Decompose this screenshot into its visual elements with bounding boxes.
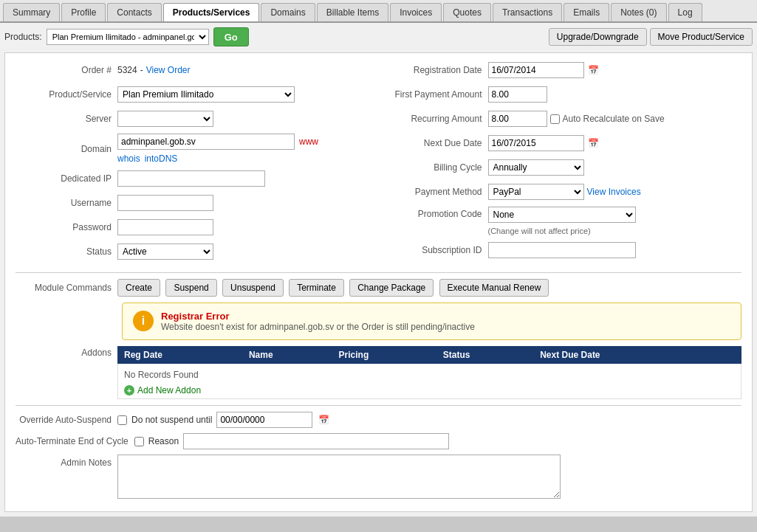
create-button[interactable]: Create bbox=[117, 279, 160, 297]
reg-date-value: 📅 bbox=[488, 62, 742, 78]
auto-terminate-label: Auto-Terminate End of Cycle bbox=[16, 436, 129, 446]
tab-domains[interactable]: Domains bbox=[261, 3, 315, 21]
override-auto-suspend-checkbox[interactable] bbox=[117, 415, 127, 425]
tab-emails[interactable]: Emails bbox=[564, 3, 609, 21]
reason-input[interactable] bbox=[183, 433, 449, 449]
tab-billable-items[interactable]: Billable Items bbox=[317, 3, 388, 21]
go-button[interactable]: Go bbox=[213, 27, 249, 46]
server-select[interactable] bbox=[117, 111, 213, 127]
admin-notes-label: Admin Notes bbox=[16, 455, 112, 468]
main-content: Products: Plan Premium Ilimitado - admin… bbox=[0, 23, 757, 517]
suspend-until-calendar-icon[interactable]: 📅 bbox=[317, 413, 330, 426]
first-payment-input[interactable] bbox=[488, 86, 547, 103]
recurring-amount-label: Recurring Amount bbox=[386, 114, 482, 124]
addons-label: Addons bbox=[16, 346, 112, 358]
domain-label: Domain bbox=[16, 144, 112, 154]
tab-profile[interactable]: Profile bbox=[61, 3, 106, 21]
status-select[interactable]: Active bbox=[117, 243, 213, 260]
reg-date-input[interactable] bbox=[488, 62, 584, 78]
order-dash: - bbox=[140, 65, 143, 75]
reg-date-calendar-icon[interactable]: 📅 bbox=[587, 63, 600, 77]
recurring-amount-input[interactable] bbox=[488, 111, 547, 127]
recurring-amount-value: Auto Recalculate on Save bbox=[488, 111, 742, 127]
product-service-row: Product/Service Plan Premium Ilimitado bbox=[16, 85, 371, 104]
view-order-link[interactable]: View Order bbox=[146, 65, 191, 75]
billing-cycle-row: Billing Cycle Annually bbox=[386, 158, 742, 177]
form-panel: Order # 5324 - View Order Product/Servic… bbox=[4, 52, 753, 512]
addons-section: Addons Reg Date Name Pricing Status Next… bbox=[16, 346, 741, 399]
auto-recalculate-checkbox[interactable] bbox=[550, 114, 560, 124]
billing-cycle-select[interactable]: Annually bbox=[488, 159, 584, 176]
reg-date-label: Registration Date bbox=[386, 65, 482, 75]
execute-manual-renew-button[interactable]: Execute Manual Renew bbox=[439, 279, 549, 297]
promotion-code-row: Promotion Code None (Change will not aff… bbox=[386, 207, 742, 235]
status-value: Active bbox=[117, 243, 371, 260]
addons-table: Reg Date Name Pricing Status Next Due Da… bbox=[117, 346, 741, 399]
domain-www-link[interactable]: www bbox=[299, 137, 318, 147]
tab-summary[interactable]: Summary bbox=[3, 3, 60, 21]
products-select[interactable]: Plan Premium Ilimitado - adminpanel.gob.… bbox=[47, 29, 209, 45]
promotion-code-note: (Change will not affect price) bbox=[488, 227, 591, 235]
admin-notes-row: Admin Notes bbox=[16, 455, 741, 499]
payment-method-select[interactable]: PayPal bbox=[488, 184, 584, 200]
terminate-button[interactable]: Terminate bbox=[289, 279, 344, 297]
no-records-text: No Records Found bbox=[124, 367, 735, 383]
order-number: 5324 bbox=[117, 65, 137, 75]
auto-terminate-checkbox[interactable] bbox=[134, 437, 144, 446]
addons-col-action1[interactable] bbox=[712, 347, 727, 364]
status-label: Status bbox=[16, 246, 112, 257]
domain-row: Domain www whois intoDNS bbox=[16, 134, 371, 164]
next-due-date-value: 📅 bbox=[488, 135, 742, 151]
tab-transactions[interactable]: Transactions bbox=[493, 3, 562, 21]
tab-invoices[interactable]: Invoices bbox=[390, 3, 442, 21]
override-auto-suspend-value: Do not suspend until 📅 bbox=[117, 412, 330, 428]
dedicated-ip-row: Dedicated IP bbox=[16, 169, 371, 188]
error-content: Registrar Error Website doesn't exist fo… bbox=[161, 311, 475, 332]
addons-col-action2[interactable] bbox=[727, 347, 741, 364]
promotion-code-select[interactable]: None bbox=[488, 207, 636, 223]
tab-notes[interactable]: Notes (0) bbox=[611, 3, 666, 21]
domain-intodns-link[interactable]: intoDNS bbox=[145, 153, 178, 164]
promotion-code-value: None (Change will not affect price) bbox=[488, 207, 742, 235]
next-due-date-input[interactable] bbox=[488, 135, 584, 151]
upgrade-downgrade-button[interactable]: Upgrade/Downgrade bbox=[549, 28, 647, 46]
billing-cycle-value: Annually bbox=[488, 159, 742, 176]
suspend-button[interactable]: Suspend bbox=[165, 279, 216, 297]
domain-whois-link[interactable]: whois bbox=[117, 153, 140, 164]
billing-cycle-label: Billing Cycle bbox=[386, 162, 482, 173]
addons-col-next-due-date: Next Due Date bbox=[534, 347, 712, 364]
form-grid: Order # 5324 - View Order Product/Servic… bbox=[16, 61, 741, 266]
tab-bar: Summary Profile Contacts Products/Servic… bbox=[0, 0, 757, 23]
module-commands-label: Module Commands bbox=[16, 283, 112, 293]
product-service-select[interactable]: Plan Premium Ilimitado bbox=[117, 86, 295, 103]
admin-notes-textarea[interactable] bbox=[117, 455, 561, 499]
tab-products-services[interactable]: Products/Services bbox=[163, 3, 260, 21]
first-payment-value bbox=[488, 86, 742, 103]
auto-recalculate-label: Auto Recalculate on Save bbox=[563, 114, 665, 124]
move-product-button[interactable]: Move Product/Service bbox=[650, 28, 753, 46]
next-due-date-label: Next Due Date bbox=[386, 138, 482, 148]
addons-col-pricing: Pricing bbox=[332, 347, 436, 364]
add-addon-link[interactable]: Add New Addon bbox=[137, 385, 201, 395]
tab-quotes[interactable]: Quotes bbox=[443, 3, 491, 21]
view-invoices-link[interactable]: View Invoices bbox=[587, 187, 641, 197]
subscription-id-value bbox=[488, 242, 742, 258]
suspend-until-input[interactable] bbox=[216, 412, 312, 428]
dedicated-ip-input[interactable] bbox=[117, 170, 265, 187]
auto-terminate-row: Auto-Terminate End of Cycle Reason bbox=[16, 433, 741, 449]
domain-input[interactable] bbox=[117, 134, 295, 150]
unsuspend-button[interactable]: Unsuspend bbox=[222, 279, 284, 297]
tab-contacts[interactable]: Contacts bbox=[107, 3, 161, 21]
addons-col-status: Status bbox=[436, 347, 533, 364]
subscription-id-row: Subscription ID bbox=[386, 241, 742, 260]
server-value bbox=[117, 111, 371, 127]
next-due-date-calendar-icon[interactable]: 📅 bbox=[587, 137, 600, 150]
tab-log[interactable]: Log bbox=[668, 3, 702, 21]
server-row: Server bbox=[16, 109, 371, 128]
do-not-suspend-label: Do not suspend until bbox=[131, 415, 212, 425]
change-package-button[interactable]: Change Package bbox=[349, 279, 434, 297]
password-input[interactable] bbox=[117, 219, 213, 235]
subscription-id-input[interactable] bbox=[488, 242, 636, 258]
domain-value-col: www whois intoDNS bbox=[117, 134, 371, 164]
username-input[interactable] bbox=[117, 195, 213, 211]
